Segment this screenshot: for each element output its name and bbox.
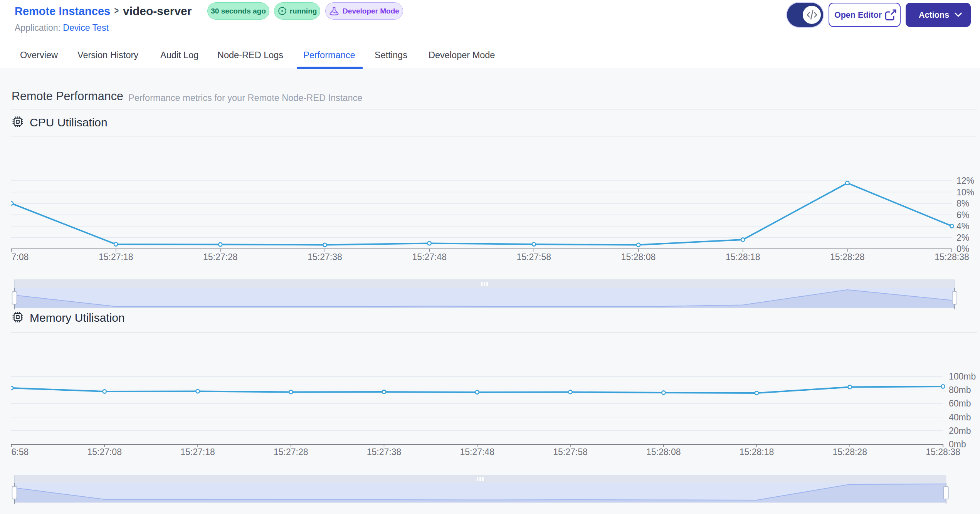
svg-text:7:08: 7:08 (12, 252, 29, 262)
svg-text:15:28:28: 15:28:28 (832, 447, 867, 457)
svg-text:6%: 6% (956, 210, 969, 220)
svg-text:15:27:18: 15:27:18 (99, 252, 133, 262)
svg-text:2%: 2% (956, 233, 969, 243)
svg-text:6:58: 6:58 (12, 447, 29, 457)
svg-text:20mb: 20mb (949, 426, 971, 436)
svg-text:15:28:08: 15:28:08 (621, 252, 656, 262)
svg-text:60mb: 60mb (949, 398, 971, 408)
svg-text:15:28:38: 15:28:38 (935, 252, 969, 262)
svg-text:15:27:58: 15:27:58 (517, 252, 551, 262)
svg-text:8%: 8% (956, 198, 969, 208)
svg-text:15:27:58: 15:27:58 (553, 447, 588, 457)
svg-text:15:27:38: 15:27:38 (308, 252, 342, 262)
svg-text:4%: 4% (956, 221, 969, 231)
svg-text:15:27:28: 15:27:28 (203, 252, 238, 262)
svg-text:15:27:28: 15:27:28 (274, 447, 308, 457)
svg-text:15:27:08: 15:27:08 (87, 447, 122, 457)
svg-text:15:28:18: 15:28:18 (740, 447, 774, 457)
svg-text:100mb: 100mb (949, 371, 976, 381)
svg-text:15:28:28: 15:28:28 (830, 252, 865, 262)
svg-text:40mb: 40mb (949, 412, 971, 422)
svg-text:15:28:38: 15:28:38 (926, 447, 960, 457)
svg-text:80mb: 80mb (949, 385, 971, 395)
svg-text:12%: 12% (956, 176, 974, 186)
svg-text:15:28:18: 15:28:18 (726, 252, 760, 262)
svg-text:15:28:08: 15:28:08 (646, 447, 681, 457)
svg-text:15:27:48: 15:27:48 (412, 252, 447, 262)
svg-text:15:27:48: 15:27:48 (460, 447, 494, 457)
svg-text:15:27:38: 15:27:38 (367, 447, 402, 457)
svg-text:15:27:18: 15:27:18 (180, 447, 215, 457)
svg-text:10%: 10% (956, 187, 974, 197)
